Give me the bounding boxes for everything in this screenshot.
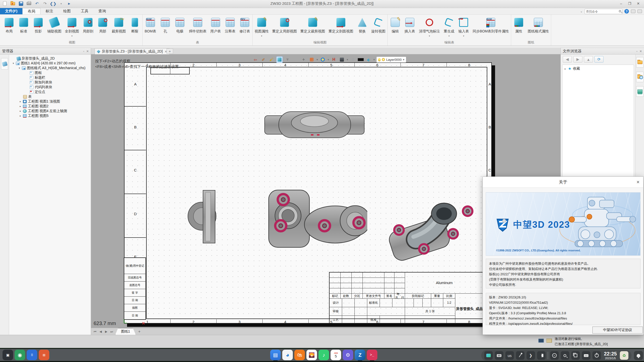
tree-item-titleblock[interactable]: 标题栏: [30, 75, 45, 80]
layer-combo[interactable]: Layer0000 ▾: [376, 57, 406, 63]
ribbon-item[interactable]: REV修订表: [239, 16, 250, 34]
print-icon[interactable]: [26, 1, 32, 6]
ribbon-item[interactable]: 图纸格式属性: [528, 16, 549, 34]
photos-icon[interactable]: 🌄: [306, 350, 317, 360]
menu-layout[interactable]: 布局: [22, 8, 41, 14]
tree-item-sheet1[interactable]: ▾图纸1 A3(H) (420.00 x 297.00 mm): [12, 61, 75, 66]
redo-icon[interactable]: ↷: [42, 1, 48, 6]
first-sheet-icon[interactable]: ⏮: [93, 330, 97, 333]
browser-icon[interactable]: ◕: [282, 350, 293, 360]
display-settings-icon[interactable]: [484, 351, 493, 360]
ribbon-item[interactable]: 辅助视图: [47, 16, 61, 34]
ribbon-item[interactable]: 局部剖: [83, 16, 94, 34]
linked-folder-tab[interactable]: [636, 72, 644, 82]
dropdown-icon[interactable]: ▾: [403, 58, 405, 61]
forward-icon[interactable]: ▶: [573, 56, 582, 63]
folders-tab[interactable]: [636, 57, 644, 68]
tree-item-view1[interactable]: ▸工程图 视图1 顶视图: [19, 99, 60, 104]
grid-icon[interactable]: [308, 56, 315, 63]
ribbon-item[interactable]: ✂裁剪视图: [112, 16, 126, 34]
performance-monitor-icon[interactable]: ∿: [550, 351, 559, 360]
ribbon-item[interactable]: 焊件切割表: [189, 16, 207, 34]
launcher-grid-icon[interactable]: ⠿: [27, 350, 37, 360]
ribbon-item[interactable]: 清理气泡标注▾: [419, 16, 440, 37]
ribbon-item[interactable]: 电极: [174, 16, 185, 34]
license-agreement-button[interactable]: 中望3D许可证协议: [592, 327, 643, 334]
ribbon-item[interactable]: 插入表: [404, 16, 415, 34]
ribbon-item[interactable]: ✎视图属性▾: [255, 16, 269, 37]
expander-icon[interactable]: ▸: [564, 67, 567, 70]
pen-tool-icon[interactable]: [516, 351, 525, 360]
expand-icon[interactable]: ❯: [527, 351, 535, 360]
ribbon-item[interactable]: 断裂: [129, 16, 140, 34]
dialog-close-icon[interactable]: ✕: [636, 180, 640, 185]
expander-icon[interactable]: ▸: [19, 100, 22, 103]
power-icon[interactable]: [592, 351, 601, 360]
hatch-icon[interactable]: H: [331, 56, 337, 63]
dropdown-icon[interactable]: ▾: [347, 58, 348, 61]
view-isometric[interactable]: [388, 197, 481, 262]
notification-bell-icon[interactable]: [634, 351, 643, 360]
music-icon[interactable]: ♪: [318, 350, 329, 360]
ribbon-item[interactable]: 孔: [160, 16, 171, 34]
expander-icon[interactable]: ▸: [19, 110, 22, 112]
tree-item-code-block[interactable]: 代码列表块: [30, 85, 52, 89]
panel-restore-icon[interactable]: ▫: [636, 50, 637, 53]
tree-item-frame[interactable]: 图框: [30, 70, 42, 75]
up-icon[interactable]: ▲: [584, 56, 593, 63]
menu-annotate[interactable]: 标注: [41, 8, 58, 14]
view-front[interactable]: [267, 188, 367, 251]
tree-item-addl-block[interactable]: 附加列表块: [30, 80, 52, 85]
new-tab-button[interactable]: +: [167, 49, 173, 54]
screenshot-icon[interactable]: [571, 351, 580, 360]
tree-item-locating-point[interactable]: 定位点: [30, 89, 45, 94]
expander-icon[interactable]: ▾: [12, 62, 15, 65]
launcher-terminal-icon[interactable]: ▣: [3, 350, 13, 360]
dropdown-icon[interactable]: ▾: [328, 58, 329, 61]
trash-icon[interactable]: ♻: [620, 351, 628, 360]
surface-icon[interactable]: ⬖: [365, 56, 372, 63]
open-file-icon[interactable]: [10, 1, 16, 6]
line-color-swatch[interactable]: [358, 58, 364, 61]
refresh-icon[interactable]: ⟳: [594, 56, 603, 63]
dropdown-icon[interactable]: ▾: [316, 58, 318, 61]
ribbon-item[interactable]: 重生成▾: [444, 16, 455, 37]
sheet-manager-tab[interactable]: [1, 58, 8, 70]
app-store-icon[interactable]: 🛍: [294, 350, 305, 360]
ribbon-item[interactable]: 局部: [97, 16, 108, 34]
sheet-tab[interactable]: 图纸1: [115, 328, 136, 335]
magnifier-icon[interactable]: [561, 351, 569, 360]
new-file-icon[interactable]: [2, 1, 8, 6]
layer-visibility-icon[interactable]: [378, 58, 381, 61]
launcher-green-icon[interactable]: ◉: [15, 350, 25, 360]
onscreen-keyboard-icon[interactable]: [582, 351, 590, 360]
ribbon-item[interactable]: 替换: [357, 16, 368, 34]
last-sheet-icon[interactable]: ⏭: [110, 330, 114, 333]
ribbon-collapse-icon[interactable]: ⌄: [580, 10, 583, 13]
monitor-icon[interactable]: [339, 56, 345, 63]
expander-icon[interactable]: ▸: [19, 105, 22, 108]
menu-draw[interactable]: 绘图: [58, 8, 76, 14]
maximize-button[interactable]: ❐: [625, 1, 634, 7]
mask-circle-icon[interactable]: [319, 56, 326, 63]
dropdown-icon[interactable]: ▾: [373, 58, 375, 61]
file-manager-icon[interactable]: ▤: [270, 350, 281, 360]
calendar-icon[interactable]: JAN5: [331, 350, 341, 360]
exit-icon[interactable]: ⇦: [252, 56, 259, 63]
ribbon-item[interactable]: 投影: [33, 16, 44, 34]
qat-dropdown-icon[interactable]: ▾: [58, 1, 64, 6]
favorites-item[interactable]: ▸ ★ 收藏: [564, 66, 632, 71]
ribbon-item[interactable]: 用户表: [210, 16, 221, 34]
ribbon-item[interactable]: ✎编辑: [390, 16, 401, 34]
layers-tab[interactable]: [636, 86, 644, 97]
expander-icon[interactable]: ▾: [18, 67, 21, 69]
ribbon-item[interactable]: 属性: [513, 16, 524, 34]
view-top[interactable]: [264, 108, 365, 141]
menu-tools[interactable]: 工具: [76, 8, 93, 14]
close-button[interactable]: ✕: [634, 1, 642, 7]
settings-icon[interactable]: ⚙: [343, 350, 353, 360]
brush-icon[interactable]: 🖌: [268, 56, 275, 63]
ribbon-item[interactable]: 标准: [18, 16, 29, 34]
add-sheet-button[interactable]: +: [137, 329, 141, 334]
next-sheet-icon[interactable]: ▶: [104, 330, 108, 333]
